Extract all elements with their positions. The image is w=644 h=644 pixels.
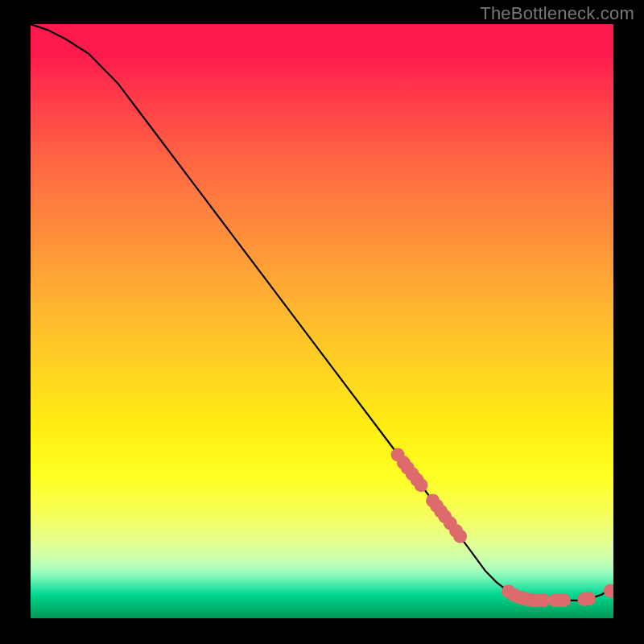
data-point	[537, 593, 551, 607]
data-point	[557, 593, 571, 607]
chart-data-points	[391, 448, 613, 608]
attribution-text: TheBottleneck.com	[480, 3, 634, 24]
data-point	[415, 478, 428, 492]
chart-plot-area	[31, 24, 613, 618]
data-point	[582, 592, 596, 605]
data-point	[604, 584, 613, 598]
chart-curve	[31, 24, 613, 601]
data-point	[453, 530, 467, 543]
chart-svg	[31, 24, 613, 618]
